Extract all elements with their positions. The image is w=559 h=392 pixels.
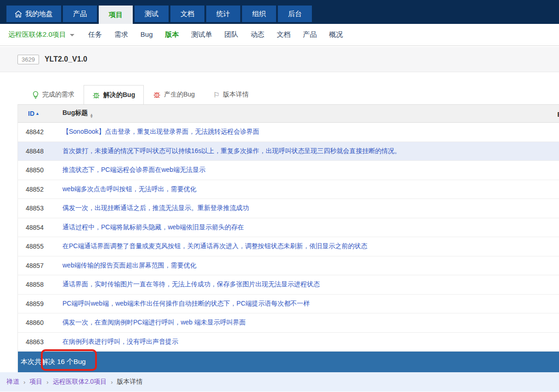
nav-doc[interactable]: 文档 <box>170 6 204 22</box>
table-row[interactable]: 48850 推流状态下，PC端远程会诊界面在web端无法显示 <box>18 161 559 180</box>
bug-id: 48854 <box>18 224 62 231</box>
breadcrumb-separator: › <box>111 379 113 386</box>
column-header-partial: B <box>557 105 559 123</box>
table-row[interactable]: 48859 PC端呼叫web端，web端未作出任何操作自动挂断的状态下，PC端提… <box>18 295 559 314</box>
nav-product[interactable]: 产品 <box>63 6 97 22</box>
tab-resolved-bugs[interactable]: 解决的Bug <box>84 85 144 104</box>
bug-id: 48863 <box>18 338 62 346</box>
project-switcher[interactable]: 远程医联体2.0项目 <box>8 30 74 39</box>
project-navbar: 远程医联体2.0项目 任务 需求 Bug 版本 测试单 团队 动态 文档 产品 … <box>0 24 559 46</box>
resolved-bug-table: ID▲ Bug标题▲▼ B 48842 【SonoBook】点击登录，重复出现登… <box>17 104 559 372</box>
subnav-doc[interactable]: 文档 <box>277 30 291 39</box>
breadcrumb-separator: › <box>23 379 25 386</box>
table-row[interactable]: 48854 通话过程中，PC端将鼠标箭头隐藏，web端依旧显示箭头的存在 <box>18 218 559 238</box>
summary-prefix: 本次共 <box>21 358 41 366</box>
breadcrumb-separator: › <box>46 379 48 386</box>
bug-id: 48858 <box>18 281 62 288</box>
bug-title-link[interactable]: web端多次点击呼叫按钮，无法呼出，需要优化 <box>62 185 197 193</box>
bug-title-link[interactable]: 在病例列表进行呼叫，没有呼出声音提示 <box>62 338 178 345</box>
breadcrumb-project[interactable]: 项目 <box>29 378 42 386</box>
bug-id: 48853 <box>18 205 62 212</box>
table-row[interactable]: 48855 在PC端通话界面调整了音量或麦克风按钮，关闭通话再次进入，调整按钮状… <box>18 237 559 256</box>
column-header-id[interactable]: ID▲ <box>18 110 62 117</box>
bug-id: 48850 <box>18 166 62 174</box>
release-header: 3629 YLT2.0_V1.0 <box>0 47 559 72</box>
subnav-team[interactable]: 团队 <box>225 30 238 39</box>
bug-id: 48855 <box>18 243 62 250</box>
bug-green-icon <box>92 91 100 99</box>
table-row[interactable]: 48842 【SonoBook】点击登录，重复出现登录界面，无法跳转远程会诊界面 <box>18 123 559 142</box>
sort-asc-icon: ▲ <box>35 111 40 116</box>
table-row[interactable]: 48860 偶发一次，在查阅病例时PC端进行呼叫，web 端未显示呼叫界面 <box>18 313 559 333</box>
bug-title-link[interactable]: 【SonoBook】点击登录，重复出现登录界面，无法跳转远程会诊界面 <box>62 128 260 135</box>
table-row[interactable]: 48858 通话界面，实时传输图片一直在等待，无法上传成功，保存多张图片出现无法… <box>18 275 559 295</box>
bug-red-icon <box>153 91 161 98</box>
page-title: YLT2.0_V1.0 <box>45 55 87 63</box>
sort-icon: ▲▼ <box>90 114 93 118</box>
subnav-overview[interactable]: 概况 <box>329 30 343 39</box>
nav-my-dashboard[interactable]: 我的地盘 <box>6 6 61 22</box>
bug-id: 48860 <box>18 319 62 326</box>
nav-project[interactable]: 项目 <box>99 6 133 24</box>
lightbulb-icon <box>32 91 39 99</box>
subnav-task[interactable]: 任务 <box>88 30 102 39</box>
subnav-testtask[interactable]: 测试单 <box>192 30 212 39</box>
subnav-story[interactable]: 需求 <box>114 30 128 39</box>
main-navbar: 我的地盘 产品 项目 测试 文档 统计 组织 后台 <box>0 0 559 24</box>
tab-created-bugs[interactable]: 产生的Bug <box>144 85 204 104</box>
bug-title-link[interactable]: 在PC端通话界面调整了音量或麦克风按钮，关闭通话再次进入，调整按钮状态未刷新，依… <box>62 242 367 250</box>
nav-admin[interactable]: 后台 <box>278 6 312 22</box>
bug-title-link[interactable]: 偶发一次，出现挂断通话之后，推流无法显示。重新登录推流成功 <box>62 204 249 211</box>
nav-stats[interactable]: 统计 <box>206 6 240 22</box>
subnav-product[interactable]: 产品 <box>303 30 317 39</box>
home-icon <box>15 11 22 17</box>
bug-title-link[interactable]: PC端呼叫web端，web端未作出任何操作自动挂断的状态下，PC端提示语每次都不… <box>62 300 310 307</box>
chevron-down-icon <box>70 34 74 36</box>
bug-title-link[interactable]: 推流状态下，PC端远程会诊界面在web端无法显示 <box>62 166 205 173</box>
tab-finished-stories[interactable]: 完成的需求 <box>23 85 84 104</box>
release-tabs: 完成的需求 解决的Bug 产生的Bug ⚐ 版本详情 <box>23 85 559 104</box>
subnav-bug[interactable]: Bug <box>141 30 153 39</box>
bug-title-link[interactable]: web端传输的报告页面超出屏幕范围，需要优化 <box>62 261 197 269</box>
bug-title-link[interactable]: 通话过程中，PC端将鼠标箭头隐藏，web端依旧显示箭头的存在 <box>62 223 244 231</box>
bug-id: 48852 <box>18 186 62 193</box>
breadcrumb-zentao[interactable]: 禅道 <box>6 378 19 386</box>
bug-id: 48859 <box>18 300 62 307</box>
column-header-title[interactable]: Bug标题▲▼ <box>62 109 93 118</box>
table-row[interactable]: 48863 在病例列表进行呼叫，没有呼出声音提示 <box>18 333 559 352</box>
table-row-highlighted[interactable]: 48848 首次拨打，未接通的情况下呼叫状态可以持续16s以上，重复多次操作，出… <box>18 142 559 161</box>
nav-test[interactable]: 测试 <box>135 6 169 22</box>
breadcrumb: 禅道 › 项目 › 远程医联体2.0项目 › 版本详情 <box>0 372 559 386</box>
table-row[interactable]: 48853 偶发一次，出现挂断通话之后，推流无法显示。重新登录推流成功 <box>18 199 559 218</box>
summary-bar: 本次共解决 16 个Bug <box>18 352 559 372</box>
table-row[interactable]: 48857 web端传输的报告页面超出屏幕范围，需要优化 <box>18 256 559 276</box>
nav-item-label: 我的地盘 <box>25 10 53 18</box>
release-id-badge: 3629 <box>17 55 39 64</box>
nav-org[interactable]: 组织 <box>242 6 276 22</box>
summary-count: 解决 16 个Bug <box>41 358 86 366</box>
breadcrumb-project-name[interactable]: 远程医联体2.0项目 <box>53 378 107 386</box>
subnav-release[interactable]: 版本 <box>165 30 179 39</box>
tab-release-detail[interactable]: ⚐ 版本详情 <box>204 85 258 104</box>
bug-id: 48857 <box>18 262 62 269</box>
subnav-dynamic[interactable]: 动态 <box>251 30 265 39</box>
bug-title-link[interactable]: 首次拨打，未接通的情况下呼叫状态可以持续16s以上，重复多次操作，出现呼叫状态呈… <box>62 147 401 154</box>
bug-title-link[interactable]: 通话界面，实时传输图片一直在等待，无法上传成功，保存多张图片出现无法显示进程状态 <box>62 280 320 288</box>
table-row[interactable]: 48852 web端多次点击呼叫按钮，无法呼出，需要优化 <box>18 180 559 199</box>
bug-id: 48848 <box>18 148 62 155</box>
footer-area: 禅道 › 项目 › 远程医联体2.0项目 › 版本详情 <box>0 372 559 392</box>
breadcrumb-current: 版本详情 <box>117 378 143 386</box>
bug-id: 48842 <box>18 128 62 136</box>
flag-icon: ⚐ <box>213 91 220 99</box>
bug-title-link[interactable]: 偶发一次，在查阅病例时PC端进行呼叫，web 端未显示呼叫界面 <box>62 318 246 326</box>
table-header: ID▲ Bug标题▲▼ B <box>18 104 559 123</box>
